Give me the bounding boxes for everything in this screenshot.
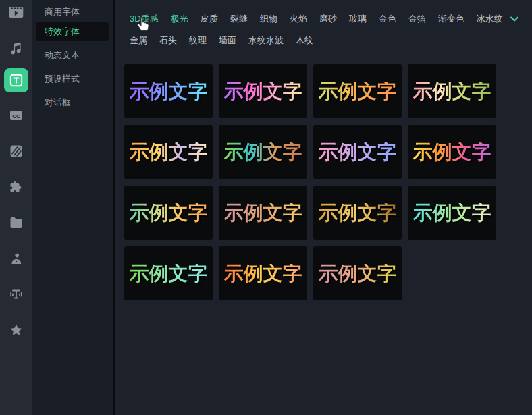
favorites-icon bbox=[8, 322, 24, 338]
effect-tile[interactable]: 示例文字 bbox=[313, 64, 402, 118]
menu-item-3[interactable]: 预设样式 bbox=[36, 70, 109, 88]
expand-tabs-button[interactable] bbox=[508, 13, 521, 24]
effect-sample-text: 示例文字 bbox=[319, 142, 397, 162]
tab-row2-3[interactable]: 墙面 bbox=[219, 34, 236, 47]
text-icon bbox=[4, 68, 28, 92]
tab-row1-6[interactable]: 磨砂 bbox=[319, 13, 337, 25]
effect-tile[interactable]: 示例文字 bbox=[124, 186, 213, 240]
tab-row2-5[interactable]: 木纹 bbox=[296, 34, 313, 47]
effect-sample-text: 示例文字 bbox=[130, 264, 208, 283]
effect-tile[interactable]: 示例文字 bbox=[408, 64, 496, 118]
effect-tile[interactable]: 示例文字 bbox=[124, 246, 213, 300]
effect-sample-text: 示例文字 bbox=[319, 264, 397, 283]
effect-sample-text: 示例文字 bbox=[130, 142, 208, 162]
tab-row2-4[interactable]: 水纹水波 bbox=[248, 34, 284, 47]
rail-item-music[interactable] bbox=[0, 40, 32, 56]
rail-item-captions[interactable]: CC bbox=[0, 107, 32, 123]
rail-item-plugins[interactable] bbox=[0, 179, 32, 195]
effect-sample-text: 示例文字 bbox=[224, 142, 302, 162]
svg-text:CC: CC bbox=[12, 113, 20, 119]
filters-icon bbox=[8, 143, 24, 159]
effect-sample-text: 示例文字 bbox=[413, 142, 491, 162]
rail-item-favorites[interactable] bbox=[0, 322, 32, 338]
effect-tile[interactable]: 示例文字 bbox=[313, 125, 402, 179]
menu-item-2[interactable]: 动态文本 bbox=[36, 46, 109, 65]
profile-icon bbox=[8, 250, 24, 267]
tab-row1-8[interactable]: 金色 bbox=[379, 13, 396, 25]
folder-icon bbox=[8, 215, 24, 231]
tab-row2-2[interactable]: 纹理 bbox=[189, 34, 207, 47]
effect-tile[interactable]: 示例文字 bbox=[408, 125, 496, 179]
effect-tabs-row-1: 3D质感极光皮质裂缝织物火焰磨砂玻璃金色金箔渐变色冰水纹 bbox=[130, 12, 503, 26]
text-effects-window: CC 商用字体特效字体动态文本预设样式对话框 3D质感极光皮质裂缝织物火焰磨砂玻… bbox=[0, 0, 532, 415]
effect-sample-text: 示例文字 bbox=[319, 82, 397, 101]
tab-row2-1[interactable]: 石头 bbox=[159, 34, 177, 47]
effect-sample-text: 示例文字 bbox=[319, 203, 397, 223]
effect-tile[interactable]: 示例文字 bbox=[219, 186, 307, 240]
music-icon bbox=[8, 40, 24, 56]
menu-item-1[interactable]: 特效字体 bbox=[36, 22, 109, 41]
tab-row1-5[interactable]: 火焰 bbox=[290, 13, 307, 25]
effect-tile[interactable]: 示例文字 bbox=[124, 125, 213, 179]
effect-tile[interactable]: 示例文字 bbox=[313, 186, 402, 240]
effect-sample-text: 示例文字 bbox=[224, 264, 302, 283]
effect-tile[interactable]: 示例文字 bbox=[219, 246, 307, 300]
icon-sidebar: CC bbox=[0, 0, 32, 415]
rail-item-media[interactable] bbox=[0, 3, 32, 21]
media-icon bbox=[7, 3, 25, 21]
effect-tabs-row-2: 金属石头纹理墙面水纹水波木纹 bbox=[130, 34, 313, 47]
menu-item-0[interactable]: 商用字体 bbox=[36, 3, 109, 22]
chevron-down-icon bbox=[509, 13, 520, 24]
rail-item-filters[interactable] bbox=[0, 143, 32, 159]
effect-sample-text: 示例文字 bbox=[224, 82, 302, 101]
tab-row1-3[interactable]: 裂缝 bbox=[230, 13, 248, 25]
rail-item-text-style[interactable] bbox=[0, 286, 32, 302]
tab-row1-4[interactable]: 织物 bbox=[260, 13, 277, 25]
tab-row1-10[interactable]: 渐变色 bbox=[438, 13, 464, 25]
effect-sample-text: 示例文字 bbox=[130, 203, 208, 223]
effect-tile[interactable]: 示例文字 bbox=[124, 64, 213, 118]
captions-icon: CC bbox=[8, 107, 24, 123]
effect-tile[interactable]: 示例文字 bbox=[313, 246, 402, 300]
plugins-icon bbox=[8, 179, 24, 195]
rail-item-folder[interactable] bbox=[0, 215, 32, 231]
tab-row1-2[interactable]: 皮质 bbox=[201, 13, 218, 25]
text-style-icon bbox=[8, 286, 24, 302]
effect-tile[interactable]: 示例文字 bbox=[408, 186, 496, 240]
effect-tile[interactable]: 示例文字 bbox=[219, 125, 307, 179]
tab-row1-0[interactable]: 3D质感 bbox=[130, 13, 159, 25]
effect-sample-text: 示例文字 bbox=[224, 203, 302, 223]
tab-row1-7[interactable]: 玻璃 bbox=[349, 13, 367, 25]
effect-sample-text: 示例文字 bbox=[413, 203, 491, 223]
tab-row1-1[interactable]: 极光 bbox=[171, 13, 188, 25]
effect-tile[interactable]: 示例文字 bbox=[219, 64, 307, 118]
tab-row1-9[interactable]: 金箔 bbox=[408, 13, 426, 25]
menu-item-4[interactable]: 对话框 bbox=[36, 93, 109, 112]
tab-row1-11[interactable]: 冰水纹 bbox=[477, 13, 503, 25]
effect-sample-text: 示例文字 bbox=[413, 82, 491, 101]
rail-item-text[interactable] bbox=[0, 68, 32, 92]
effect-tile-grid: 示例文字示例文字示例文字示例文字示例文字示例文字示例文字示例文字示例文字示例文字… bbox=[124, 64, 503, 300]
font-category-panel: 商用字体特效字体动态文本预设样式对话框 bbox=[32, 0, 115, 415]
tab-row2-0[interactable]: 金属 bbox=[130, 34, 147, 47]
rail-item-profile[interactable] bbox=[0, 250, 32, 267]
effect-sample-text: 示例文字 bbox=[130, 82, 208, 101]
